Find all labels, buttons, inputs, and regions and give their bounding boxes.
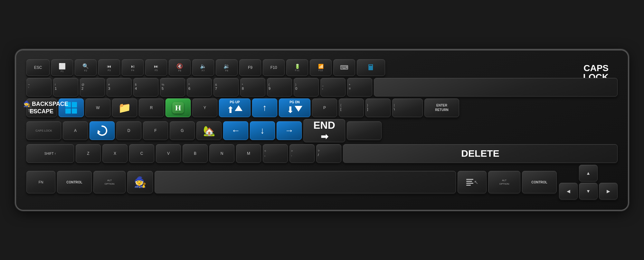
key-u[interactable]: PG UP bbox=[219, 98, 251, 117]
f5-label: F5 bbox=[155, 69, 157, 72]
key-c[interactable]: C bbox=[129, 144, 154, 163]
key-tilde[interactable]: ~ ` bbox=[26, 78, 52, 97]
key-end[interactable]: END bbox=[303, 119, 345, 142]
key-4[interactable]: $ 4 bbox=[133, 78, 158, 97]
arrow-cluster: ▲ ◀ ▼ ▶ bbox=[559, 165, 618, 200]
key-alt-right[interactable]: ALTOPTION bbox=[488, 171, 520, 193]
key-v[interactable]: V bbox=[156, 144, 181, 163]
key-equals[interactable]: + = bbox=[347, 78, 372, 97]
key-3[interactable]: # 3 bbox=[107, 78, 132, 97]
key-d[interactable]: D bbox=[116, 121, 141, 140]
esc-label: ESC bbox=[34, 65, 42, 70]
key-slash[interactable]: ? / bbox=[316, 144, 341, 163]
wizard-icon: 🧙 bbox=[134, 176, 147, 188]
key-arrow-right[interactable]: ▶ bbox=[599, 183, 618, 200]
key-f2[interactable]: 🔍 F2 bbox=[75, 59, 97, 76]
f1-label: F1 bbox=[61, 70, 63, 73]
key-x[interactable]: X bbox=[102, 144, 128, 163]
key-control-right[interactable]: CONTROL bbox=[522, 171, 557, 193]
key-lbracket[interactable]: { [ bbox=[339, 98, 364, 117]
key-n[interactable]: N bbox=[209, 144, 234, 163]
f10-label: F10 bbox=[270, 65, 277, 70]
key-arrow-up[interactable]: ▲ bbox=[579, 165, 598, 181]
refresh-icon bbox=[96, 125, 108, 136]
number-row: ~ ` ! 1 @ 2 # 3 $ 4 bbox=[26, 78, 618, 97]
arrow-up-icon bbox=[262, 103, 267, 113]
key-shift-left[interactable]: SHIFT ↑ bbox=[26, 144, 74, 163]
key-f11[interactable]: 🔋 F11 bbox=[286, 59, 308, 76]
key-8[interactable]: * 8 bbox=[240, 78, 265, 97]
key-f6[interactable]: 🔇 F6 bbox=[169, 59, 191, 76]
key-backslash[interactable]: | \ bbox=[392, 98, 423, 117]
key-enter[interactable]: ENTERRETURN bbox=[424, 98, 459, 117]
arrow-left-icon bbox=[231, 125, 240, 136]
key-9[interactable]: ( 9 bbox=[267, 78, 292, 97]
key-y[interactable]: Y bbox=[192, 98, 217, 117]
key-7[interactable]: & 7 bbox=[213, 78, 239, 97]
key-r[interactable]: R bbox=[139, 98, 164, 117]
key-rbracket[interactable]: } ] bbox=[365, 98, 391, 117]
key-s[interactable] bbox=[90, 121, 115, 140]
key-w[interactable]: W bbox=[85, 98, 110, 117]
key-backspace[interactable] bbox=[374, 78, 618, 97]
context-menu-icon: ↖ bbox=[466, 179, 478, 186]
key-f1[interactable]: ⬜ F1 bbox=[51, 59, 73, 76]
key-m[interactable]: M bbox=[236, 144, 261, 163]
key-2[interactable]: @ 2 bbox=[80, 78, 105, 97]
f12-label: F12 bbox=[318, 69, 323, 72]
key-e[interactable]: 📁 bbox=[112, 98, 137, 117]
key-5[interactable]: % 5 bbox=[160, 78, 185, 97]
key-0[interactable]: ) 0 bbox=[294, 78, 319, 97]
key-keyboard[interactable]: ⌨ bbox=[333, 59, 355, 76]
key-g[interactable]: G bbox=[170, 121, 195, 140]
key-delete[interactable]: DELETE bbox=[343, 144, 618, 163]
key-alt-left[interactable]: ALTOPTION bbox=[93, 171, 126, 193]
key-caps[interactable]: CAPS LOCK bbox=[26, 121, 61, 140]
key-6[interactable]: ^ 6 bbox=[187, 78, 212, 97]
key-z[interactable]: Z bbox=[76, 144, 101, 163]
key-context[interactable]: ↖ bbox=[458, 171, 487, 193]
key-calculator[interactable]: 🖩 bbox=[357, 59, 385, 76]
key-f8[interactable]: 🔉 F8 bbox=[216, 59, 238, 76]
keyboard: CAPSLOCK ESC ⬜ F1 🔍 F2 ⏮ F3 bbox=[16, 50, 628, 210]
key-l[interactable] bbox=[277, 121, 302, 140]
key-wizard[interactable]: 🧙 bbox=[127, 171, 153, 193]
key-1[interactable]: ! 1 bbox=[53, 78, 78, 97]
key-f9[interactable]: F9 bbox=[239, 59, 261, 76]
key-fn[interactable]: FN bbox=[26, 171, 55, 193]
f2-label: F2 bbox=[84, 69, 87, 72]
key-k[interactable] bbox=[250, 121, 275, 140]
key-b[interactable]: B bbox=[183, 144, 208, 163]
key-f7[interactable]: 🔈 F7 bbox=[192, 59, 214, 76]
zxcv-row: SHIFT ↑ Z X C V B N bbox=[26, 144, 618, 163]
key-comma[interactable]: < , bbox=[263, 144, 288, 163]
key-j[interactable] bbox=[223, 121, 248, 140]
key-esc[interactable]: ESC bbox=[26, 59, 50, 76]
key-h[interactable]: 🏡 bbox=[196, 121, 222, 140]
arrow-right-icon bbox=[285, 125, 294, 136]
key-minus[interactable]: _ - bbox=[320, 78, 346, 97]
keyboard-inner: CAPSLOCK ESC ⬜ F1 🔍 F2 ⏮ F3 bbox=[26, 59, 618, 200]
key-period[interactable]: > . bbox=[289, 144, 315, 163]
key-t[interactable]: H bbox=[166, 98, 191, 117]
f4-label: F4 bbox=[131, 69, 134, 72]
key-f10[interactable]: F10 bbox=[263, 59, 285, 76]
key-f4[interactable]: ⏯ F4 bbox=[122, 59, 144, 76]
key-q[interactable] bbox=[59, 98, 84, 117]
key-f12[interactable]: 📶 F12 bbox=[310, 59, 332, 76]
key-f5[interactable]: ⏭ F5 bbox=[145, 59, 167, 76]
key-i[interactable] bbox=[252, 98, 277, 117]
key-arrow-left[interactable]: ◀ bbox=[559, 183, 578, 200]
key-control-left[interactable]: CONTROL bbox=[57, 171, 92, 193]
end-arrow-icon bbox=[321, 131, 328, 142]
key-o[interactable]: PG DN bbox=[279, 98, 310, 117]
key-p[interactable]: P bbox=[312, 98, 337, 117]
key-space[interactable] bbox=[155, 171, 456, 193]
key-tab[interactable]: |← →| TAB bbox=[26, 98, 57, 117]
key-a[interactable]: A bbox=[63, 121, 88, 140]
key-f3[interactable]: ⏮ F3 bbox=[98, 59, 120, 76]
key-f[interactable]: F bbox=[143, 121, 168, 140]
key-arrow-down[interactable]: ▼ bbox=[579, 183, 598, 200]
f8-label: F8 bbox=[225, 69, 228, 72]
key-enter-bottom[interactable] bbox=[347, 121, 382, 140]
